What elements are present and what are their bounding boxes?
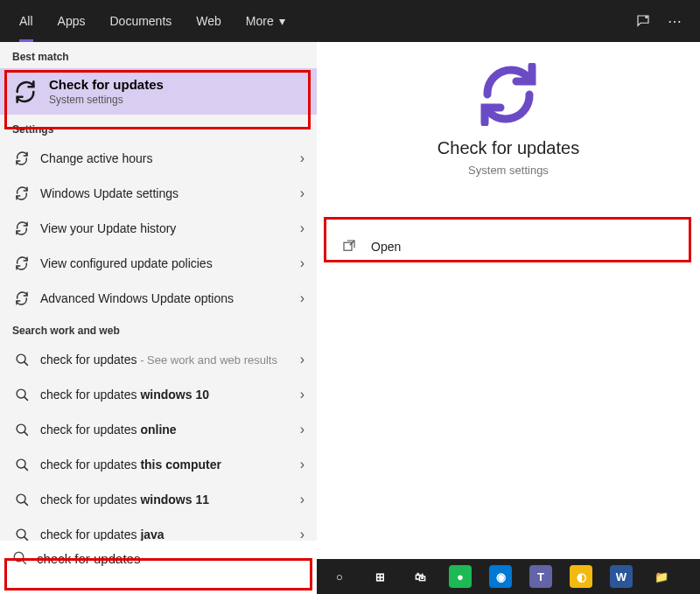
chevron-right-icon: › (300, 422, 304, 437)
web-suggestion-label: check for updates java (40, 528, 300, 542)
more-options-icon[interactable]: ⋯ (667, 13, 682, 29)
svg-line-4 (24, 396, 27, 400)
svg-line-6 (24, 431, 27, 435)
settings-item[interactable]: View your Update history› (0, 211, 317, 246)
svg-point-1 (17, 354, 25, 363)
taskbar: ○⊞🛍●◉T◐W📁 (317, 559, 700, 594)
web-suggestion-label: check for updates this computer (40, 458, 300, 472)
settings-item-label: View configured update policies (40, 256, 300, 270)
svg-point-0 (645, 16, 648, 18)
tab-more[interactable]: More▾ (234, 0, 298, 42)
chevron-right-icon: › (300, 387, 304, 402)
svg-point-5 (17, 424, 25, 433)
search-icon (12, 420, 32, 439)
refresh-icon (12, 149, 32, 168)
preview-pane: Check for updates System settings Open (317, 42, 700, 576)
tab-documents[interactable]: Documents (97, 0, 184, 42)
svg-point-7 (17, 459, 25, 468)
chevron-right-icon: › (300, 255, 304, 271)
search-filter-bar: All Apps Documents Web More▾ ⋯ (0, 0, 700, 42)
tab-label: Documents (109, 14, 172, 28)
settings-item[interactable]: Windows Update settings› (0, 176, 317, 211)
refresh-icon (12, 184, 32, 203)
svg-line-10 (24, 501, 27, 505)
search-icon (12, 350, 32, 369)
chevron-right-icon: › (300, 220, 304, 236)
search-web-heading: Search work and web (0, 316, 317, 342)
search-bar (0, 541, 317, 576)
filter-tabs: All Apps Documents Web More▾ (7, 0, 298, 42)
explorer-icon[interactable]: 📁 (642, 559, 681, 594)
best-match-subtitle: System settings (49, 94, 164, 106)
tab-label: More (246, 14, 274, 28)
web-suggestion-label: check for updates online (40, 423, 300, 437)
svg-point-9 (17, 494, 25, 503)
svg-line-12 (24, 536, 27, 540)
settings-item[interactable]: Advanced Windows Update options› (0, 281, 317, 316)
open-icon (341, 238, 359, 255)
chevron-right-icon: › (300, 185, 304, 201)
chrome-icon[interactable]: ◐ (562, 559, 600, 594)
refresh-icon (12, 254, 32, 273)
search-icon (12, 455, 32, 474)
tab-apps[interactable]: Apps (46, 0, 98, 42)
best-match-item[interactable]: Check for updates System settings (0, 68, 317, 115)
web-suggestion-label: check for updates windows 10 (40, 388, 300, 402)
refresh-icon (12, 219, 32, 238)
word-icon[interactable]: W (602, 559, 640, 594)
settings-item-label: Change active hours (40, 151, 300, 165)
best-match-title: Check for updates (49, 77, 164, 92)
settings-item[interactable]: Change active hours› (0, 141, 317, 176)
chevron-right-icon: › (300, 290, 304, 306)
tab-web[interactable]: Web (184, 0, 234, 42)
best-match-heading: Best match (0, 42, 317, 68)
chevron-right-icon: › (300, 492, 304, 507)
preview-title: Check for updates (438, 138, 579, 158)
edge-icon[interactable]: ◉ (481, 559, 520, 594)
svg-point-3 (17, 389, 25, 398)
web-suggestion-item[interactable]: check for updates - See work and web res… (0, 342, 317, 377)
store-icon[interactable]: 🛍 (401, 559, 439, 594)
web-suggestion-item[interactable]: check for updates windows 10› (0, 377, 317, 412)
teams-icon[interactable]: T (522, 559, 560, 594)
chevron-right-icon: › (300, 150, 304, 166)
settings-item[interactable]: View configured update policies› (0, 246, 317, 281)
web-suggestion-label: check for updates windows 11 (40, 493, 300, 507)
cortana-icon[interactable]: ○ (320, 559, 359, 594)
svg-line-8 (24, 466, 27, 470)
web-suggestion-item[interactable]: check for updates windows 11› (0, 482, 317, 517)
settings-item-label: Advanced Windows Update options (40, 291, 300, 305)
refresh-icon (12, 289, 32, 308)
task-view-icon[interactable]: ⊞ (360, 559, 399, 594)
open-action[interactable]: Open (326, 226, 691, 268)
search-icon (12, 385, 32, 404)
web-suggestion-label: check for updates - See work and web res… (40, 353, 300, 367)
settings-item-label: Windows Update settings (40, 186, 300, 200)
search-icon (12, 550, 28, 566)
svg-line-14 (22, 560, 26, 564)
search-input[interactable] (37, 551, 304, 566)
feedback-icon[interactable] (635, 13, 651, 29)
settings-item-label: View your Update history (40, 221, 300, 235)
chevron-right-icon: › (300, 457, 304, 472)
svg-point-13 (14, 552, 24, 562)
tab-label: Web (196, 14, 221, 28)
svg-point-11 (17, 529, 25, 538)
preview-subtitle: System settings (468, 164, 549, 177)
tab-all[interactable]: All (7, 0, 46, 42)
web-suggestion-item[interactable]: check for updates online› (0, 412, 317, 447)
tab-label: Apps (58, 14, 86, 28)
chevron-down-icon: ▾ (279, 14, 285, 28)
refresh-icon (12, 79, 38, 105)
refresh-icon (477, 63, 540, 126)
chevron-right-icon: › (300, 352, 304, 367)
web-suggestion-item[interactable]: check for updates this computer› (0, 447, 317, 482)
open-label: Open (371, 240, 401, 254)
settings-heading: Settings (0, 115, 317, 141)
svg-line-2 (24, 361, 27, 365)
search-icon (12, 490, 32, 509)
tab-label: All (19, 14, 33, 28)
results-list: Best match Check for updates System sett… (0, 42, 317, 576)
spotify-icon[interactable]: ● (441, 559, 480, 594)
